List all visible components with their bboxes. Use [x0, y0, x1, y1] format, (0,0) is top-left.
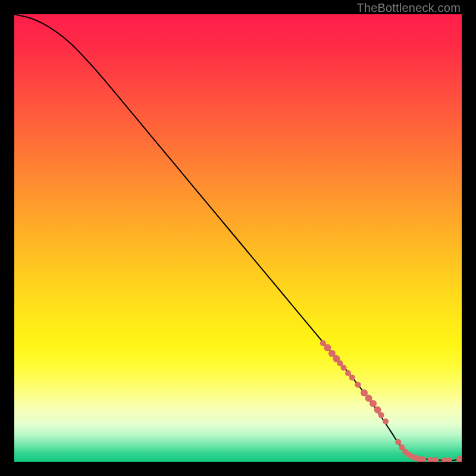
- data-marker: [333, 355, 340, 362]
- data-marker: [345, 370, 351, 376]
- data-marker: [433, 457, 439, 462]
- data-marker: [349, 375, 355, 381]
- data-marker: [374, 406, 381, 414]
- data-marker: [324, 344, 331, 351]
- data-marker: [365, 394, 372, 402]
- curve-markers: [320, 340, 462, 462]
- chart-frame: TheBottleneck.com: [0, 0, 476, 476]
- data-marker: [420, 456, 426, 462]
- curve-line: [14, 14, 462, 461]
- data-marker: [413, 455, 419, 461]
- data-marker: [395, 439, 401, 445]
- chart-svg: [14, 14, 462, 462]
- data-marker: [361, 389, 368, 396]
- data-marker: [355, 382, 361, 388]
- gradient-plot-area: [14, 14, 462, 462]
- data-marker: [441, 458, 447, 462]
- data-marker: [340, 365, 346, 371]
- data-marker: [320, 340, 326, 346]
- data-marker: [409, 454, 415, 460]
- data-marker: [337, 361, 343, 367]
- data-marker: [406, 452, 412, 458]
- data-marker: [402, 449, 408, 455]
- data-marker: [446, 458, 452, 462]
- watermark-text: TheBottleneck.com: [356, 1, 461, 15]
- data-marker: [399, 444, 405, 450]
- data-marker: [328, 350, 336, 357]
- data-marker: [416, 456, 422, 462]
- data-marker: [427, 457, 433, 462]
- data-marker: [456, 456, 462, 462]
- data-marker: [378, 412, 384, 418]
- data-marker: [383, 418, 389, 424]
- data-marker: [369, 400, 377, 407]
